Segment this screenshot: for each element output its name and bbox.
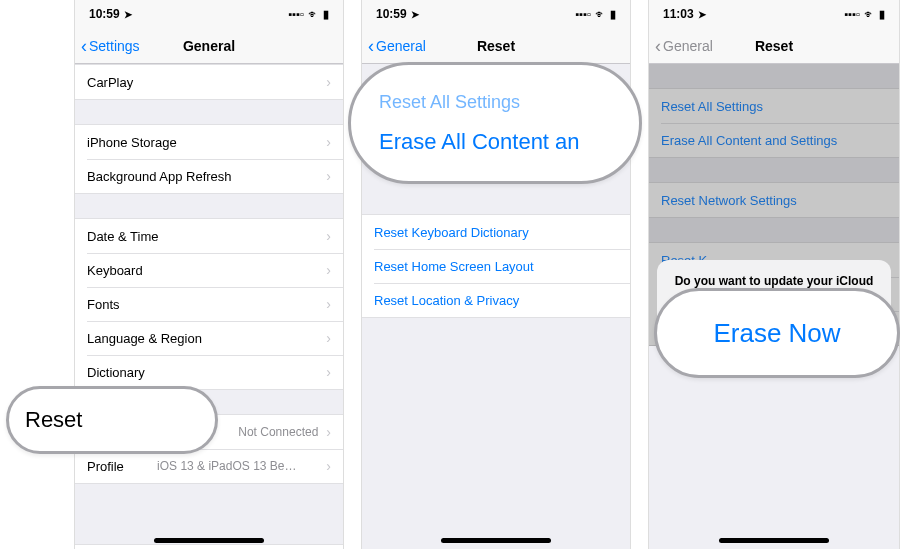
callout-reset: Reset — [6, 386, 218, 454]
status-time: 10:59 — [376, 7, 407, 21]
chevron-left-icon: ‹ — [655, 37, 661, 55]
row-dictionary[interactable]: Dictionary› — [75, 355, 343, 389]
chevron-left-icon: ‹ — [81, 37, 87, 55]
row-datetime[interactable]: Date & Time› — [75, 219, 343, 253]
battery-icon: ▮ — [879, 8, 885, 21]
chevron-right-icon: › — [326, 458, 331, 474]
chevron-left-icon: ‹ — [368, 37, 374, 55]
status-bar: 11:03➤ ▪▪▪▫ ᯤ ▮ — [649, 0, 899, 28]
callout-erase-now: Erase Now — [654, 288, 900, 378]
screen-erase-confirm: 11:03➤ ▪▪▪▫ ᯤ ▮ ‹ General Reset Reset Al… — [648, 0, 900, 549]
row-reset-keyboard-dictionary[interactable]: Reset Keyboard Dictionary — [362, 215, 630, 249]
back-label: General — [663, 38, 713, 54]
home-indicator[interactable] — [154, 538, 264, 543]
wifi-icon: ᯤ — [595, 8, 606, 20]
row-fonts[interactable]: Fonts› — [75, 287, 343, 321]
wifi-icon: ᯤ — [864, 8, 875, 20]
location-icon: ➤ — [124, 9, 132, 20]
callout-label: Reset — [9, 407, 215, 433]
chevron-right-icon: › — [326, 296, 331, 312]
row-keyboard[interactable]: Keyboard› — [75, 253, 343, 287]
callout-line2: Erase All Content an — [351, 129, 639, 155]
signal-icon: ▪▪▪▫ — [844, 8, 860, 20]
chevron-right-icon: › — [326, 168, 331, 184]
chevron-right-icon: › — [326, 424, 331, 440]
location-icon: ➤ — [698, 9, 706, 20]
chevron-right-icon: › — [326, 228, 331, 244]
nav-bar: ‹ Settings General — [75, 28, 343, 64]
row-language-region[interactable]: Language & Region› — [75, 321, 343, 355]
signal-icon: ▪▪▪▫ — [575, 8, 591, 20]
battery-icon: ▮ — [323, 8, 329, 21]
back-button[interactable]: ‹ Settings — [75, 37, 140, 55]
status-bar: 10:59➤ ▪▪▪▫ ᯤ ▮ — [362, 0, 630, 28]
home-indicator[interactable] — [441, 538, 551, 543]
row-carplay[interactable]: CarPlay› — [75, 65, 343, 99]
wifi-icon: ᯤ — [308, 8, 319, 20]
screen-general: 10:59➤ ▪▪▪▫ ᯤ ▮ ‹ Settings General CarPl… — [74, 0, 344, 549]
status-time: 10:59 — [89, 7, 120, 21]
chevron-right-icon: › — [326, 330, 331, 346]
row-bg-refresh[interactable]: Background App Refresh› — [75, 159, 343, 193]
row-reset-hidden[interactable] — [75, 545, 343, 549]
back-button[interactable]: ‹ General — [362, 37, 426, 55]
chevron-right-icon: › — [326, 262, 331, 278]
battery-icon: ▮ — [610, 8, 616, 21]
home-indicator[interactable] — [719, 538, 829, 543]
location-icon: ➤ — [411, 9, 419, 20]
row-profile[interactable]: ProfileiOS 13 & iPadOS 13 Beta Software … — [75, 449, 343, 483]
back-label: General — [376, 38, 426, 54]
back-label: Settings — [89, 38, 140, 54]
chevron-right-icon: › — [326, 134, 331, 150]
signal-icon: ▪▪▪▫ — [288, 8, 304, 20]
settings-list[interactable]: CarPlay› iPhone Storage› Background App … — [75, 64, 343, 549]
row-reset-home-screen[interactable]: Reset Home Screen Layout — [362, 249, 630, 283]
status-bar: 10:59➤ ▪▪▪▫ ᯤ ▮ — [75, 0, 343, 28]
chevron-right-icon: › — [326, 74, 331, 90]
callout-erase-all-content: Reset All Settings Erase All Content an — [348, 62, 642, 184]
nav-bar: ‹ General Reset — [649, 28, 899, 64]
row-reset-location-privacy[interactable]: Reset Location & Privacy — [362, 283, 630, 317]
status-time: 11:03 — [663, 7, 694, 21]
row-iphone-storage[interactable]: iPhone Storage› — [75, 125, 343, 159]
callout-line1: Reset All Settings — [351, 92, 639, 113]
back-button: ‹ General — [649, 37, 713, 55]
nav-bar: ‹ General Reset — [362, 28, 630, 64]
chevron-right-icon: › — [326, 364, 331, 380]
callout-label: Erase Now — [713, 318, 840, 349]
